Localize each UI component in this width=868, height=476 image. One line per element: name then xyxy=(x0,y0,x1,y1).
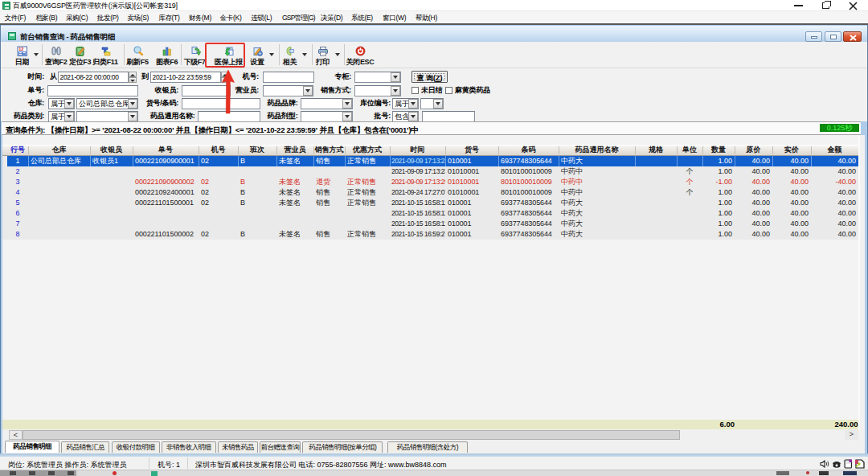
svg-text:12: 12 xyxy=(18,47,23,51)
